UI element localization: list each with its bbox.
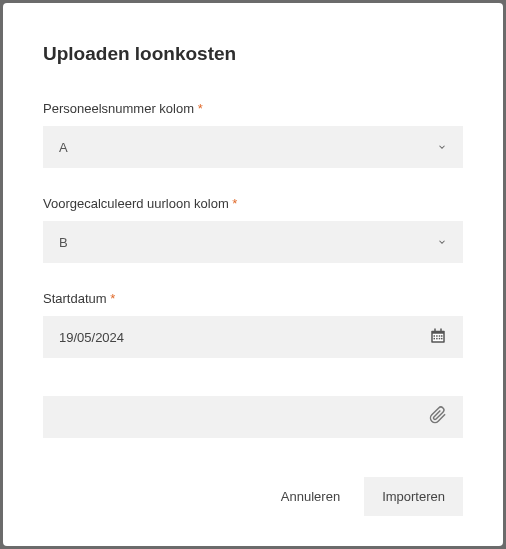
start-date-field: Startdatum * 19/05/2024 <box>43 291 463 358</box>
label-text: Startdatum <box>43 291 107 306</box>
precalculated-wage-select[interactable]: B <box>43 221 463 263</box>
svg-rect-8 <box>434 337 436 339</box>
chevron-down-icon <box>437 140 447 155</box>
label-text: Personeelsnummer kolom <box>43 101 194 116</box>
paperclip-icon <box>429 406 447 428</box>
start-date-label: Startdatum * <box>43 291 463 306</box>
label-text: Voorgecalculeerd uurloon kolom <box>43 196 229 211</box>
calendar-icon[interactable] <box>429 327 447 348</box>
upload-wage-costs-modal: Uploaden loonkosten Personeelsnummer kol… <box>3 3 503 546</box>
svg-rect-7 <box>441 335 443 337</box>
select-value: B <box>59 235 68 250</box>
modal-footer: Annuleren Importeren <box>43 477 463 516</box>
svg-rect-6 <box>439 335 441 337</box>
svg-rect-3 <box>440 328 442 331</box>
import-button[interactable]: Importeren <box>364 477 463 516</box>
cancel-button[interactable]: Annuleren <box>275 479 346 514</box>
svg-rect-10 <box>439 337 441 339</box>
required-marker: * <box>232 196 237 211</box>
required-marker: * <box>110 291 115 306</box>
svg-rect-5 <box>436 335 438 337</box>
file-upload-input[interactable] <box>43 396 463 438</box>
svg-rect-9 <box>436 337 438 339</box>
start-date-input[interactable]: 19/05/2024 <box>43 316 463 358</box>
svg-rect-2 <box>434 328 436 331</box>
svg-rect-4 <box>434 335 436 337</box>
svg-rect-1 <box>433 333 444 341</box>
modal-title: Uploaden loonkosten <box>43 43 463 65</box>
personnel-number-field: Personeelsnummer kolom * A <box>43 101 463 168</box>
precalculated-wage-field: Voorgecalculeerd uurloon kolom * B <box>43 196 463 263</box>
chevron-down-icon <box>437 235 447 250</box>
date-value: 19/05/2024 <box>59 330 429 345</box>
precalculated-wage-label: Voorgecalculeerd uurloon kolom * <box>43 196 463 211</box>
required-marker: * <box>198 101 203 116</box>
select-value: A <box>59 140 68 155</box>
personnel-number-select[interactable]: A <box>43 126 463 168</box>
svg-rect-11 <box>441 337 443 339</box>
personnel-number-label: Personeelsnummer kolom * <box>43 101 463 116</box>
